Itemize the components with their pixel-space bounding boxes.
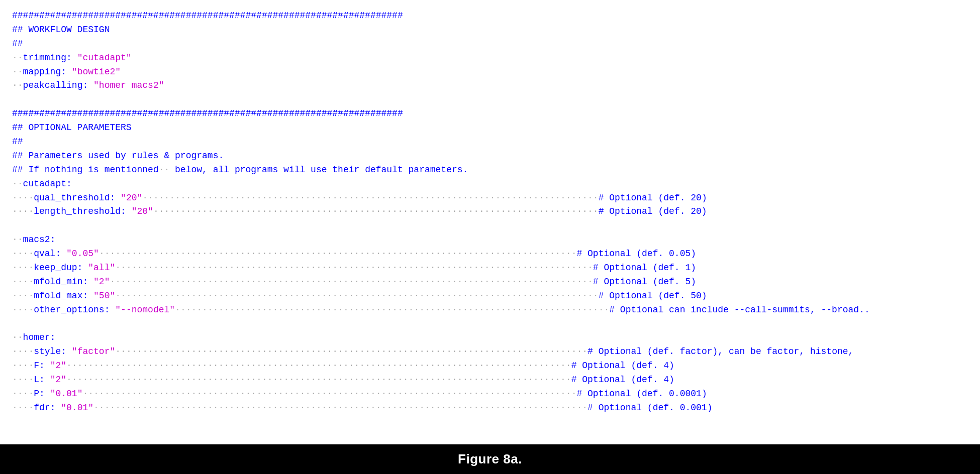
code-editor: ########################################…: [0, 0, 980, 444]
caption-text: Figure 8a.: [458, 451, 522, 466]
figure-caption: Figure 8a.: [0, 444, 980, 474]
